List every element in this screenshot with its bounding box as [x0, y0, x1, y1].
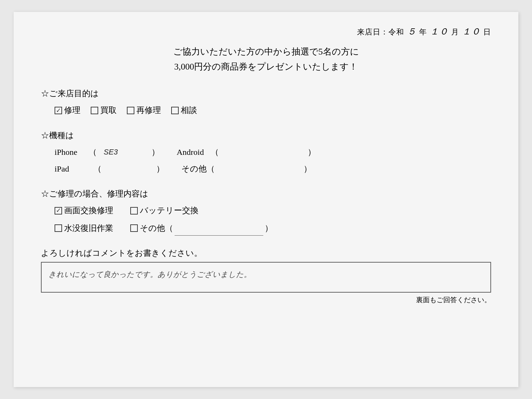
comment-box: きれいになって良かったです。ありがとうございました。: [41, 262, 491, 293]
checkbox-screen: 画面交換修理: [55, 203, 113, 218]
checkbox-purchase-box: [91, 107, 98, 114]
visit-date-month: １０: [430, 26, 448, 36]
promo-line1: ご協力いただいた方の中から抽選で5名の方に: [41, 44, 491, 59]
visit-date-nen: 年: [419, 28, 427, 36]
purpose-section: ☆ご来店目的は 修理 買取 再修理 相談: [41, 88, 491, 118]
checkbox-re-repair-label: 再修理: [136, 103, 161, 118]
checkbox-battery-label: バッテリー交換: [140, 203, 198, 218]
repair-title: ☆ご修理の場合、修理内容は: [41, 188, 491, 199]
device-other-close: ）: [304, 162, 312, 176]
checkbox-water: 水没復旧作業: [55, 221, 113, 236]
device-row-2: iPad （ ） その他（ ）: [55, 162, 491, 176]
checkbox-repair-other-value: [175, 221, 263, 236]
purpose-checkbox-row: 修理 買取 再修理 相談: [55, 103, 491, 118]
comment-section: よろしければコメントをお書きください。 きれいになって良かったです。ありがとうご…: [41, 248, 491, 305]
device-options: iPhone （ SE3 ） Android （ ） iPad （ ） その他（…: [41, 145, 491, 176]
checkbox-repair-label: 修理: [64, 103, 80, 118]
comment-text: きれいになって良かったです。ありがとうございました。: [48, 270, 251, 279]
comment-label: よろしければコメントをお書きください。: [41, 248, 491, 258]
device-other-value: [222, 162, 297, 176]
visit-date-gatsu: 月: [451, 28, 459, 36]
checkbox-purchase: 買取: [91, 103, 117, 118]
repair-options: 画面交換修理 バッテリー交換 水没復旧作業 その他（ ）: [41, 203, 491, 236]
device-row-1: iPhone （ SE3 ） Android （ ）: [55, 145, 491, 160]
purpose-title: ☆ご来店目的は: [41, 88, 491, 99]
visit-date-year: ５: [407, 26, 416, 36]
visit-date-line: 来店日：令和 ５ 年 １０ 月 １０ 日: [41, 26, 491, 38]
device-android-open: （: [211, 145, 219, 160]
checkbox-water-label: 水没復旧作業: [64, 221, 113, 236]
checkbox-consult-label: 相談: [181, 103, 197, 118]
device-iphone-close: ）: [151, 145, 160, 160]
checkbox-re-repair: 再修理: [127, 103, 161, 118]
purpose-options: 修理 買取 再修理 相談: [41, 103, 491, 118]
checkbox-re-repair-box: [127, 107, 134, 114]
checkbox-battery-box: [130, 207, 138, 215]
device-iphone-label: iPhone: [55, 145, 82, 160]
device-other-label: その他（: [181, 162, 215, 176]
checkbox-repair-other-label: その他（: [140, 221, 173, 236]
checkbox-battery: バッテリー交換: [130, 203, 198, 218]
checkbox-consult: 相談: [171, 103, 197, 118]
visit-date-nichi: 日: [483, 28, 491, 36]
checkbox-repair: 修理: [55, 103, 80, 118]
visit-date-label: 来店日：令和: [357, 28, 404, 36]
device-ipad-close: ）: [156, 162, 164, 176]
promo-line2: 3,000円分の商品券をプレゼントいたします！: [41, 59, 491, 74]
device-android-close: ）: [308, 145, 316, 160]
checkbox-consult-box: [171, 107, 179, 114]
checkbox-repair-other: その他（ ）: [130, 221, 273, 236]
back-note: 裏面もご回答ください。: [41, 295, 491, 305]
device-ipad-value: [108, 162, 149, 176]
checkbox-purchase-label: 買取: [100, 103, 117, 118]
device-iphone-open: （: [89, 145, 97, 160]
repair-section: ☆ご修理の場合、修理内容は 画面交換修理 バッテリー交換 水没復旧作業: [41, 188, 491, 236]
device-section: ☆機種は iPhone （ SE3 ） Android （ ） iPad （ ）…: [41, 130, 491, 176]
device-ipad-open: （: [93, 162, 102, 176]
survey-form: 来店日：令和 ５ 年 １０ 月 １０ 日 ご協力いただいた方の中から抽選で5名の…: [14, 12, 518, 387]
device-android-value: [226, 145, 301, 159]
promo-text: ご協力いただいた方の中から抽選で5名の方に 3,000円分の商品券をプレゼントい…: [41, 44, 491, 74]
checkbox-repair-other-close: ）: [265, 221, 273, 236]
checkbox-screen-box: [55, 207, 62, 215]
checkbox-repair-box: [55, 107, 62, 114]
visit-date-day: １０: [462, 26, 481, 36]
repair-row-1: 画面交換修理 バッテリー交換: [55, 203, 491, 218]
checkbox-repair-other-box: [130, 224, 138, 232]
checkbox-water-box: [55, 224, 62, 232]
device-ipad-label: iPad: [55, 162, 82, 176]
device-iphone-value: SE3: [104, 145, 145, 159]
device-android-label: Android: [177, 145, 204, 160]
checkbox-screen-label: 画面交換修理: [64, 203, 113, 218]
device-title: ☆機種は: [41, 130, 491, 141]
repair-row-2: 水没復旧作業 その他（ ）: [55, 221, 491, 236]
